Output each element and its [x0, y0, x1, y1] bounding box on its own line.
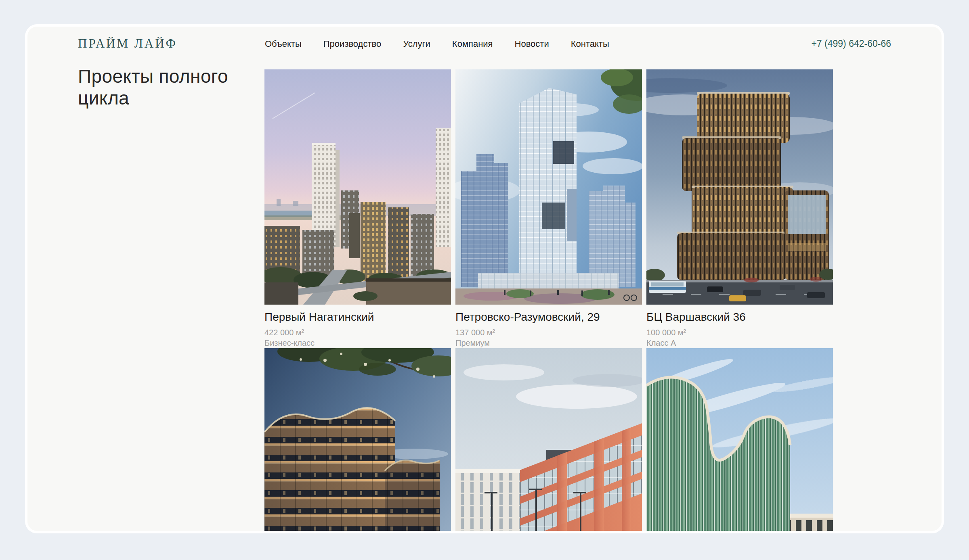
project-caption: Первый Нагатинский 422 000 м² Бизнес-кла… [264, 305, 451, 348]
project-card-green-wave[interactable] [646, 348, 833, 533]
nav-item-news[interactable]: Новости [515, 39, 549, 49]
project-area: 100 000 м² [646, 327, 833, 338]
nav-item-services[interactable]: Услуги [403, 39, 430, 49]
site-frame: ПРАЙМ ЛАЙФ Объекты Производство Услуги К… [25, 24, 944, 533]
project-class: Класс А [646, 338, 833, 348]
project-image-green-wave-facade[interactable] [646, 348, 833, 533]
project-title: Первый Нагатинский [264, 310, 451, 324]
project-card-nagatinsky[interactable]: Первый Нагатинский 422 000 м² Бизнес-кла… [264, 69, 451, 348]
project-image-wavy-balconies[interactable] [264, 348, 451, 533]
project-card-varshavsky[interactable]: БЦ Варшавский 36 100 000 м² Класс А [646, 69, 833, 348]
phone-link[interactable]: +7 (499) 642-60-66 [811, 38, 891, 49]
project-card-petrovsko-razumovsky[interactable]: Петровско-Разумовский, 29 137 000 м² Пре… [455, 69, 642, 348]
nav-item-company[interactable]: Компания [452, 39, 493, 49]
project-card-orange-office[interactable] [455, 348, 642, 533]
nav-item-contacts[interactable]: Контакты [571, 39, 609, 49]
project-card-residential-balconies[interactable] [264, 348, 451, 533]
section-heading: Проекты полного цикла [78, 65, 256, 109]
project-image-glass-towers[interactable] [455, 69, 642, 305]
project-caption: БЦ Варшавский 36 100 000 м² Класс А [646, 305, 833, 348]
project-area: 137 000 м² [455, 327, 642, 338]
nav-item-objects[interactable]: Объекты [265, 39, 302, 49]
project-class: Премиум [455, 338, 642, 348]
main-nav: Объекты Производство Услуги Компания Нов… [265, 39, 609, 49]
project-title: Петровско-Разумовский, 29 [455, 310, 642, 324]
projects-grid: Первый Нагатинский 422 000 м² Бизнес-кла… [264, 69, 833, 533]
project-image-orange-facade[interactable] [455, 348, 642, 533]
logo[interactable]: ПРАЙМ ЛАЙФ [78, 36, 177, 51]
project-area: 422 000 м² [264, 327, 451, 338]
nav-item-production[interactable]: Производство [323, 39, 381, 49]
project-image-bronze-blocks[interactable] [646, 69, 833, 305]
project-title: БЦ Варшавский 36 [646, 310, 833, 324]
page-background: ПРАЙМ ЛАЙФ Объекты Производство Услуги К… [0, 0, 969, 560]
project-image-dusk-district[interactable] [264, 69, 451, 305]
project-class: Бизнес-класс [264, 338, 451, 348]
project-caption: Петровско-Разумовский, 29 137 000 м² Пре… [455, 305, 642, 348]
